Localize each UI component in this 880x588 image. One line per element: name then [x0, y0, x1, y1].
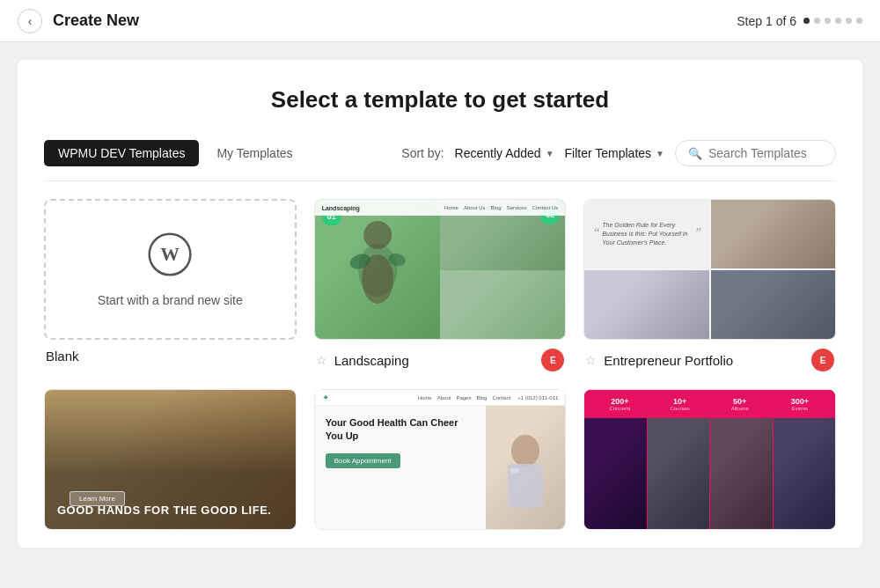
music-images-row — [584, 418, 835, 530]
music-img-3 — [710, 418, 772, 530]
health-content: Your Good Health Can Cheer You Up Book A… — [315, 406, 566, 530]
sort-value: Recently Added — [455, 146, 541, 160]
health-cta-button[interactable]: Book Appointment — [326, 453, 400, 468]
template-family[interactable]: GOOD HANDS FOR THE GOOD LIFE. Learn More — [44, 389, 297, 530]
step-indicator: Step 1 of 6 — [737, 14, 862, 28]
music-stat-courses: 10+ Courses — [651, 397, 708, 411]
music-stat-events: 300+ Events — [772, 397, 828, 411]
blank-thumbnail: W Start with a brand new site — [44, 199, 297, 340]
health-person-image — [486, 406, 565, 530]
filter-label: Filter Templates — [565, 146, 652, 160]
entrepreneur-img-3 — [711, 270, 835, 339]
entrepreneur-elementor-badge: E — [811, 349, 834, 371]
card-heading: Select a template to get started — [44, 86, 836, 114]
health-image: ✦ Home About Pages Blog Contact +1 (012)… — [315, 390, 566, 530]
main-content: Select a template to get started WPMU DE… — [0, 42, 880, 588]
template-entrepreneur[interactable]: “ The Golden Rule for Every Business is … — [583, 199, 836, 371]
back-icon: ‹ — [28, 14, 33, 28]
tab-my-templates[interactable]: My Templates — [202, 140, 306, 166]
music-image: 200+ Concerts 10+ Courses 50+ Albums — [584, 390, 835, 530]
music-stats-row: 200+ Concerts 10+ Courses 50+ Albums — [584, 390, 835, 418]
page-title: Create New — [53, 11, 139, 30]
entrepreneur-img-1 — [711, 200, 835, 268]
landscaping-elementor-badge: E — [541, 349, 564, 371]
health-thumbnail: ✦ Home About Pages Blog Contact +1 (012)… — [314, 389, 567, 530]
controls-right: Sort by: Recently Added ▼ Filter Templat… — [401, 140, 836, 166]
step-dot-4 — [835, 18, 841, 24]
music-img-2 — [648, 418, 709, 530]
template-card: Select a template to get started WPMU DE… — [18, 60, 862, 548]
entrepreneur-star-icon[interactable]: ☆ — [585, 353, 597, 367]
music-img-1 — [584, 418, 646, 530]
step-dot-3 — [825, 18, 831, 24]
step-dot-6 — [856, 18, 862, 24]
health-nav: ✦ Home About Pages Blog Contact +1 (012)… — [315, 390, 566, 406]
search-input[interactable] — [708, 146, 823, 160]
tab-group: WPMU DEV Templates My Templates — [44, 140, 307, 166]
entrepreneur-name: Entrepreneur Portfolio — [604, 353, 811, 368]
landscaping-star-icon[interactable]: ☆ — [316, 353, 327, 367]
landscaping-img-right-bottom — [440, 270, 565, 340]
template-blank[interactable]: W Start with a brand new site Blank — [44, 199, 297, 371]
controls-row: WPMU DEV Templates My Templates Sort by:… — [44, 140, 836, 181]
back-button[interactable]: ‹ — [18, 9, 42, 33]
template-landscaping[interactable]: Landscaping Home About Us Blog Services … — [314, 199, 567, 371]
template-music[interactable]: 200+ Concerts 10+ Courses 50+ Albums — [583, 389, 836, 530]
topbar: ‹ Create New Step 1 of 6 — [0, 0, 880, 42]
tab-wpmu-dev[interactable]: WPMU DEV Templates — [44, 140, 199, 166]
landscaping-meta: ☆ Landscaping E — [314, 349, 567, 371]
family-thumbnail: GOOD HANDS FOR THE GOOD LIFE. Learn More — [44, 389, 297, 530]
entrepreneur-quote: “ The Golden Rule for Every Business is … — [584, 200, 708, 268]
health-text-area: Your Good Health Can Cheer You Up Book A… — [315, 406, 487, 530]
blank-name: Blank — [46, 349, 295, 364]
music-thumbnail: 200+ Concerts 10+ Courses 50+ Albums — [583, 389, 836, 530]
sort-chevron-icon: ▼ — [546, 149, 554, 158]
sort-dropdown[interactable]: Recently Added ▼ — [455, 146, 554, 160]
entrepreneur-thumbnail: “ The Golden Rule for Every Business is … — [583, 199, 836, 340]
step-dot-5 — [846, 18, 852, 24]
family-image: GOOD HANDS FOR THE GOOD LIFE. Learn More — [45, 390, 296, 530]
step-text: Step 1 of 6 — [737, 14, 796, 28]
family-cta-button[interactable]: Learn More — [70, 491, 125, 506]
blank-meta: Blank — [44, 349, 297, 364]
search-box[interactable]: 🔍 — [675, 140, 836, 166]
wordpress-icon: W — [148, 232, 192, 284]
svg-point-3 — [363, 221, 392, 249]
template-health[interactable]: ✦ Home About Pages Blog Contact +1 (012)… — [314, 389, 567, 530]
sort-label: Sort by: — [401, 146, 444, 160]
landscaping-img-right: 02 — [440, 200, 565, 340]
health-headline: Your Good Health Can Cheer You Up — [326, 416, 476, 444]
template-grid: W Start with a brand new site Blank Land… — [44, 199, 836, 530]
landscaping-img-left: 01 — [315, 200, 440, 340]
svg-rect-9 — [510, 468, 519, 473]
step-dot-1 — [803, 18, 810, 24]
music-stat-concerts: 200+ Concerts — [591, 397, 648, 411]
entrepreneur-img-2 — [584, 270, 708, 339]
step-dot-2 — [814, 18, 820, 24]
filter-chevron-icon: ▼ — [656, 149, 664, 158]
music-img-4 — [774, 418, 835, 530]
search-icon: 🔍 — [688, 147, 702, 160]
step-dots — [803, 18, 862, 24]
svg-text:W: W — [161, 243, 180, 264]
svg-point-7 — [511, 435, 539, 467]
music-stat-albums: 50+ Albums — [712, 397, 768, 411]
filter-dropdown[interactable]: Filter Templates ▼ — [565, 146, 664, 160]
landscaping-thumbnail: Landscaping Home About Us Blog Services … — [314, 199, 567, 340]
landscaping-name: Landscaping — [334, 353, 542, 368]
blank-description: Start with a brand new site — [98, 293, 243, 307]
entrepreneur-meta: ☆ Entrepreneur Portfolio E — [583, 349, 836, 371]
